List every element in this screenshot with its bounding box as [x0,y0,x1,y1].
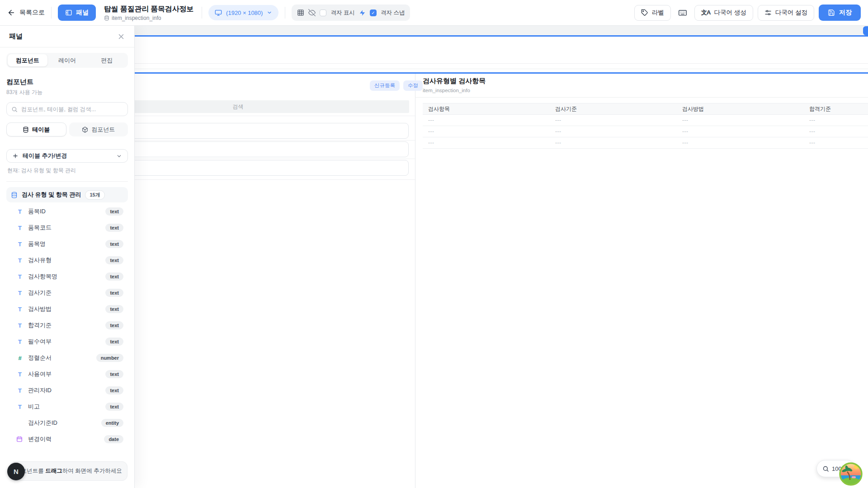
grid-show-checkbox[interactable] [320,9,326,16]
panel-tabs: 컴포넌트 레이어 편집 [6,53,128,68]
panel-toggle-button[interactable]: 패널 [58,5,96,21]
divider [51,7,52,19]
field-row[interactable]: T 품목코드 text [6,220,128,236]
field-type-badge: text [105,305,123,313]
column-header[interactable]: 검사항목 [423,103,550,114]
save-button-text: 저장 [839,9,852,17]
field-row[interactable]: T 검사유형 text [6,252,128,268]
panel-title: 패널 [9,32,23,41]
text-field-icon: T [16,257,24,264]
grid-icon [297,9,304,16]
table-row[interactable]: --- --- --- --- [423,115,868,126]
brand-logo: N [7,463,25,480]
table-cell: --- [423,126,550,137]
number-field-icon: # [16,355,24,361]
resolution-value: (868 × 488) [226,9,263,16]
inspection-items-table: 검사항목 검사기준 검사방법 합격기준 --- --- --- --- --- … [423,103,868,149]
table-cell: --- [550,137,677,148]
field-row[interactable]: # 정렬순서 number [6,350,128,366]
grid-show-label: 격자 표시 [330,9,354,17]
text-field-icon: T [16,322,24,329]
field-row[interactable]: T 비고 text [6,399,128,415]
field-type-badge: number [96,354,123,362]
text-field-icon: T [16,225,24,231]
field-name: 검사유형 [28,256,101,264]
text-field-icon: T [16,273,24,280]
table-cell: --- [423,115,550,126]
field-name: 품목명 [28,240,101,248]
tab-edit[interactable]: 편집 [87,54,127,66]
field-name: 품목코드 [28,224,101,232]
table-group-header[interactable]: 검사 유형 및 항목 관리 15개 [6,187,128,202]
source-table-button[interactable]: 테이블 [6,122,66,136]
component-search [6,102,128,116]
back-label: 목록으로 [19,9,45,17]
source-component-button[interactable]: 컴포넌트 [69,122,128,136]
field-type-badge: entity [101,419,123,427]
field-row[interactable]: T 필수여부 text [6,333,128,350]
table-row[interactable]: --- --- --- --- [423,137,868,149]
field-name: 검사방법 [28,305,101,313]
field-name: 관리자ID [28,386,101,394]
field-type-badge: text [105,338,123,346]
label-button-text: 라벨 [652,9,664,17]
field-row[interactable]: T 품목명 text [6,236,128,252]
field-name: 검사항목명 [28,272,101,281]
panel-icon [65,9,72,16]
drag-hint: 컴포넌트를 드래그하여 화면에 추가하세요 [10,461,127,481]
close-icon[interactable] [117,33,125,41]
tab-components[interactable]: 컴포넌트 [8,54,47,66]
back-to-list-button[interactable]: 목록으로 [7,9,45,17]
drag-hint-bold: 드래그 [45,468,62,474]
field-row[interactable]: T 사용여부 text [6,366,128,382]
search-input[interactable] [21,106,123,113]
lightning-icon [359,9,366,16]
column-header[interactable]: 검사기준 [550,103,677,114]
field-row[interactable]: T 검사방법 text [6,301,128,317]
components-panel: 패널 컴포넌트 레이어 편집 컴포넌트 83개 사용 가능 테이블 컴포넌트 [0,26,135,488]
table-card-divider [415,97,868,98]
field-row[interactable]: T 관리자ID text [6,382,128,399]
panel-toggle-label: 패널 [76,9,89,17]
edit-badge[interactable]: 수정 [403,80,423,91]
keyboard-icon[interactable] [675,5,690,20]
text-field-icon: T [16,371,24,378]
save-button[interactable]: 저장 [819,5,861,21]
add-table-dropdown[interactable]: 테이블 추가/변경 [6,149,128,163]
table-card-title: 검사유형별 검사항목 [423,77,486,85]
card-divider [415,74,415,488]
table-cell: --- [677,137,804,148]
text-field-icon: T [16,387,24,394]
i18n-generate-button[interactable]: 文A 다국어 생성 [694,5,753,21]
database-icon [23,127,29,133]
search-icon [11,106,18,113]
resolution-selector[interactable]: (868 × 488) [208,5,278,20]
field-type-badge: text [105,403,123,411]
grid-snap-checkbox[interactable]: ✓ [370,9,377,16]
table-row[interactable]: --- --- --- --- [423,126,868,137]
table-cell: --- [677,115,804,126]
column-header[interactable]: 합격기준 [804,103,868,114]
plus-icon [12,153,19,159]
field-row[interactable]: 검사기준ID entity [6,415,128,431]
field-type-badge: text [105,386,123,394]
field-row[interactable]: T 검사기준 text [6,285,128,301]
table-group-name: 검사 유형 및 항목 관리 [22,191,81,199]
label-button[interactable]: 라벨 [634,5,671,21]
register-badge[interactable]: 신규등록 [370,80,400,91]
table-card-subtitle: item_inspection_info [423,88,470,93]
i18n-settings-button[interactable]: 다국어 설정 [758,5,814,21]
column-header[interactable]: 검사방법 [677,103,804,114]
row-drag-handle[interactable] [863,26,868,35]
field-row[interactable]: T 품목ID text [6,203,128,220]
database-icon [11,192,18,198]
field-row[interactable]: 변경이력 date [6,431,128,447]
field-row[interactable]: T 합격기준 text [6,317,128,333]
table-cell: --- [550,126,677,137]
search-section-label: 검색 [233,103,244,111]
text-field-icon: T [16,208,24,215]
field-row[interactable]: T 검사항목명 text [6,268,128,285]
tab-layers[interactable]: 레이어 [47,54,87,66]
panel-footer: 컴포넌트를 드래그하여 화면에 추가하세요 N [0,455,134,488]
available-count: 83개 사용 가능 [6,89,128,96]
